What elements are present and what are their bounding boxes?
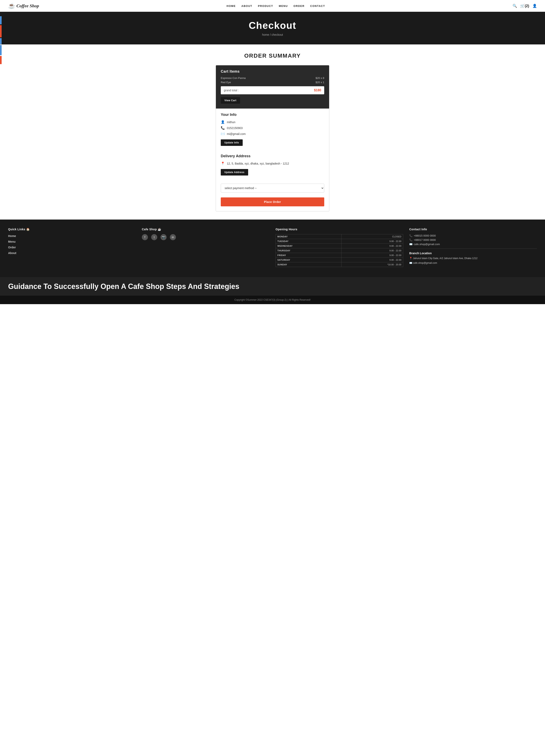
- phone2-text: +88017 0000 0000: [414, 238, 436, 241]
- blog-section: Guidance To Successfully Open A Cafe Sho…: [0, 277, 545, 296]
- footer-social: f t 📷 in: [142, 234, 269, 240]
- order-summary-title: ORDER SUMMARY: [244, 53, 301, 59]
- info-phone-row: 📞 0152150903: [221, 126, 324, 130]
- cart-item-2-name: Red Eye: [221, 81, 231, 84]
- twitter-icon[interactable]: t: [151, 234, 157, 240]
- cart-item-1: Espresso Con Panna $20 x 8: [221, 76, 324, 80]
- footer-contact: Contact Info 📞 +88015 0000 0000 📞 +88017…: [409, 228, 537, 267]
- email-info-icon: ✉️: [221, 132, 225, 136]
- your-info-section: Your Info 👤 mithun 📞 0152150903 ✉️ mi@gm…: [216, 109, 329, 154]
- hours-tuesday: TUESDAY 9.00 - 22.00: [276, 239, 403, 244]
- cafe-shop-title: Cafe Shop ☕: [142, 228, 269, 231]
- checkout-box: Cart Items Espresso Con Panna $20 x 8 Re…: [216, 65, 329, 211]
- footer-link-about[interactable]: About: [8, 251, 16, 255]
- hours-wednesday: WEDNESDAY 9.00 - 22.00: [276, 244, 403, 248]
- place-order-button[interactable]: Place Order: [221, 197, 324, 206]
- branch-address: Jahurul Islam City Gate, A/2 Jahurul Isl…: [413, 257, 477, 260]
- main-content: ORDER SUMMARY Cart Items Espresso Con Pa…: [0, 44, 545, 220]
- payment-section: select payment method -- Cash on Deliver…: [216, 184, 329, 196]
- phone1-icon: 📞: [409, 234, 413, 237]
- grand-total-value: $180: [314, 88, 321, 92]
- branch-title: Branch Location: [409, 252, 537, 255]
- update-info-button[interactable]: Update Info: [221, 139, 243, 146]
- view-cart-button[interactable]: View Cart: [221, 97, 240, 104]
- footer-links-list: Home Menu Order About: [8, 234, 136, 255]
- breadcrumb-current: checkout: [271, 33, 283, 36]
- footer-opening-hours: Opening Hours MONDAY CLOSED TUESDAY 9.00…: [276, 228, 403, 267]
- cart-item-1-price: $20 x 8: [316, 76, 324, 80]
- logo-icon: ☕: [8, 2, 15, 9]
- search-icon[interactable]: 🔍: [513, 4, 517, 8]
- delivery-section: Delivery Address 📍 12, 5, Badda, xyz, dh…: [216, 154, 329, 184]
- cart-items-section: Cart Items Espresso Con Panna $20 x 8 Re…: [216, 65, 329, 109]
- copyright-text: Copyright ©Summer-2022 CSE347(3) (Group-…: [234, 298, 310, 301]
- breadcrumb: home / checkout: [4, 33, 541, 36]
- copyright-bar: Copyright ©Summer-2022 CSE347(3) (Group-…: [0, 296, 545, 304]
- info-email-row: ✉️ mi@gmail.com: [221, 132, 324, 136]
- nav-about[interactable]: ABOUT: [241, 4, 252, 8]
- branch-info: 📍 Jahurul Islam City Gate, A/2 Jahurul I…: [409, 256, 537, 265]
- info-email: mi@gmail.com: [227, 132, 246, 136]
- cart-item-1-name: Espresso Con Panna: [221, 76, 246, 80]
- instagram-icon[interactable]: 📷: [160, 234, 167, 240]
- nav-links: HOME ABOUT PRODUCT MENU ORDER CONTACT: [227, 4, 325, 8]
- cart-icon[interactable]: 🛒(2): [520, 4, 529, 8]
- hours-monday: MONDAY CLOSED: [276, 234, 403, 239]
- nav-product[interactable]: PRODUCT: [258, 4, 273, 8]
- logo[interactable]: ☕ Coffee Shop: [8, 2, 39, 9]
- contact-email-text: cafe.shop@gmail.com: [414, 243, 440, 246]
- branch-email-row: ✉️ cafe.shop@gmail.com: [409, 261, 537, 265]
- linkedin-icon[interactable]: in: [170, 234, 176, 240]
- navbar: ☕ Coffee Shop HOME ABOUT PRODUCT MENU OR…: [0, 0, 545, 12]
- hours-sunday: SUNDAY *10.00 - 20.00: [276, 262, 403, 267]
- contact-email-icon: ✉️: [409, 243, 413, 246]
- nav-contact[interactable]: CONTACT: [310, 4, 325, 8]
- facebook-icon[interactable]: f: [142, 234, 148, 240]
- branch-address-icon-row: 📍 Jahurul Islam City Gate, A/2 Jahurul I…: [409, 256, 537, 260]
- hours-friday: FRIDAY 9.00 - 22.00: [276, 253, 403, 258]
- phone2-icon: 📞: [409, 238, 413, 241]
- breadcrumb-home[interactable]: home: [262, 33, 269, 36]
- delivery-title: Delivery Address: [221, 154, 324, 158]
- place-order-section: Place Order: [216, 196, 329, 211]
- grand-total-box: grand total : $180: [221, 86, 324, 94]
- nav-home[interactable]: HOME: [227, 4, 236, 8]
- footer: Quick Links 🏠 Home Menu Order About Cafe…: [0, 220, 545, 277]
- quick-links-title: Quick Links 🏠: [8, 228, 136, 231]
- decorative-bars: [0, 16, 2, 64]
- address-text: 12, 5, Badda, xyz, dhaka, xyz, banglades…: [227, 162, 289, 165]
- phone-info-icon: 📞: [221, 126, 225, 130]
- user-icon[interactable]: 👤: [532, 4, 537, 8]
- footer-link-order[interactable]: Order: [8, 246, 16, 249]
- footer-link-home[interactable]: Home: [8, 234, 16, 238]
- contact-email: ✉️ cafe.shop@gmail.com: [409, 243, 537, 246]
- cart-items-title: Cart Items: [221, 69, 324, 74]
- nav-menu[interactable]: MENU: [279, 4, 288, 8]
- user-info-icon: 👤: [221, 120, 225, 124]
- info-name-row: 👤 mithun: [221, 120, 324, 124]
- phone1-text: +88015 0000 0000: [414, 234, 436, 237]
- nav-order[interactable]: ORDER: [293, 4, 304, 8]
- contact-phone1: 📞 +88015 0000 0000: [409, 234, 537, 237]
- location-icon: 📍: [221, 162, 225, 165]
- footer-cafe-shop: Cafe Shop ☕ f t 📷 in: [142, 228, 269, 267]
- footer-link-menu[interactable]: Menu: [8, 240, 16, 243]
- checkout-hero: Checkout home / checkout: [0, 12, 545, 44]
- your-info-title: Your Info: [221, 113, 324, 117]
- footer-quick-links: Quick Links 🏠 Home Menu Order About: [8, 228, 136, 267]
- contact-phone2: 📞 +88017 0000 0000: [409, 238, 537, 241]
- opening-hours-title: Opening Hours: [276, 228, 403, 231]
- logo-text: Coffee Shop: [16, 3, 39, 9]
- cart-item-2-price: $20 x 1: [316, 81, 324, 84]
- update-address-button[interactable]: Update Address: [221, 169, 248, 176]
- hours-thursday: THURSDAY 9.00 - 22.00: [276, 248, 403, 253]
- payment-method-select[interactable]: select payment method -- Cash on Deliver…: [221, 184, 324, 193]
- footer-grid: Quick Links 🏠 Home Menu Order About Cafe…: [8, 228, 537, 267]
- hours-saturday: SATURDAY 9.00 - 22.00: [276, 258, 403, 262]
- checkout-title: Checkout: [4, 20, 541, 31]
- grand-total-label: grand total :: [224, 89, 239, 92]
- nav-icons: 🔍 🛒(2) 👤: [513, 4, 537, 8]
- cart-item-2: Red Eye $20 x 1: [221, 81, 324, 84]
- blog-title: Guidance To Successfully Open A Cafe Sho…: [8, 282, 537, 291]
- branch-email-icon: ✉️: [409, 262, 412, 264]
